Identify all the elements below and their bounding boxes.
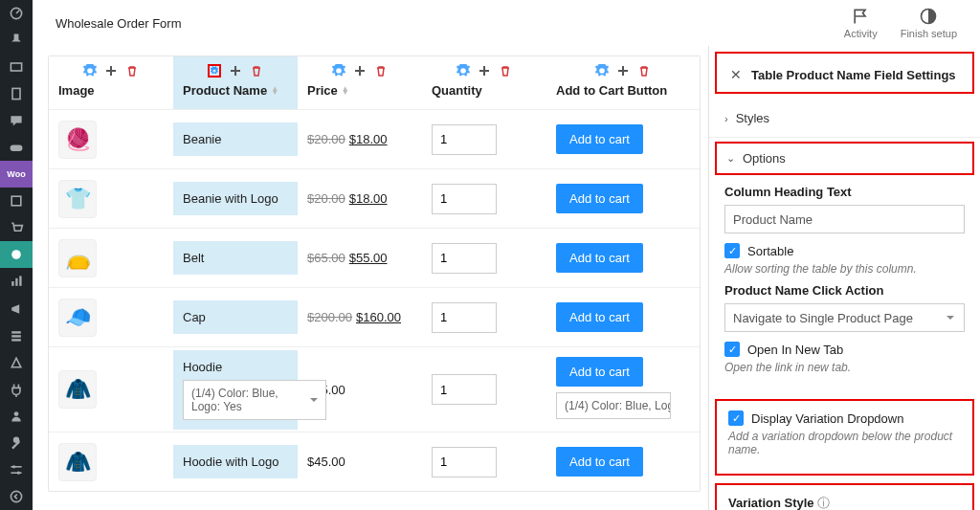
sidebar-users[interactable] bbox=[0, 403, 33, 430]
newtab-checkbox[interactable]: ✓ bbox=[724, 342, 740, 357]
svg-rect-9 bbox=[11, 331, 21, 333]
column-header-quantity[interactable]: Quantity bbox=[422, 56, 546, 109]
add-to-cart-button[interactable]: Add to cart bbox=[556, 243, 643, 273]
section-styles[interactable]: › Styles bbox=[709, 100, 980, 137]
variation-dropdown[interactable]: (1/4) Color: Blue, Logo: Yes bbox=[183, 380, 326, 420]
sidebar-products[interactable] bbox=[0, 188, 33, 214]
price-new: $160.00 bbox=[356, 310, 401, 324]
add-to-cart-button[interactable]: Add to cart bbox=[556, 357, 643, 387]
sort-icon[interactable]: ▲▼ bbox=[271, 87, 278, 95]
product-image[interactable]: 🧥 bbox=[58, 443, 97, 481]
product-image[interactable]: 🧢 bbox=[58, 299, 97, 337]
product-image[interactable]: 👝 bbox=[58, 239, 97, 277]
product-name-cell[interactable]: Beanie bbox=[173, 122, 298, 156]
product-image[interactable]: 🧥 bbox=[58, 370, 97, 409]
heading-text-input[interactable] bbox=[724, 205, 965, 233]
gear-icon[interactable] bbox=[83, 64, 97, 78]
add-to-cart-button[interactable]: Add to cart bbox=[556, 447, 643, 477]
trash-icon[interactable] bbox=[374, 64, 388, 78]
sidebar-media[interactable] bbox=[0, 54, 33, 80]
column-header-add-to-cart[interactable]: Add to Cart Button bbox=[546, 56, 700, 109]
plus-icon[interactable] bbox=[353, 64, 367, 78]
product-name-cell[interactable]: Hoodie with Logo bbox=[173, 445, 298, 478]
add-to-cart-button[interactable]: Add to cart bbox=[556, 124, 643, 154]
sidebar-collapse[interactable] bbox=[0, 483, 33, 510]
product-name-cell[interactable]: Belt bbox=[173, 241, 298, 275]
panel-title: Table Product Name Field Settings bbox=[751, 68, 956, 82]
trash-icon[interactable] bbox=[637, 64, 651, 78]
sidebar-marketing[interactable] bbox=[0, 296, 33, 322]
product-image[interactable]: 🧶 bbox=[58, 121, 97, 159]
gear-icon[interactable] bbox=[457, 64, 470, 78]
plus-icon[interactable] bbox=[229, 64, 242, 78]
gear-icon[interactable] bbox=[332, 64, 345, 78]
gear-icon[interactable] bbox=[595, 64, 609, 78]
section-options[interactable]: ⌄ Options bbox=[715, 142, 974, 175]
column-label: Image bbox=[58, 83, 164, 98]
svg-point-16 bbox=[17, 471, 20, 474]
price-cell: $20.00$18.00 bbox=[298, 182, 422, 215]
sidebar-analytics[interactable] bbox=[0, 268, 33, 295]
help-icon[interactable]: ⓘ bbox=[817, 496, 830, 510]
product-name-cell[interactable]: Cap bbox=[173, 300, 298, 334]
sidebar-plugins[interactable] bbox=[0, 376, 33, 403]
sidebar-comments[interactable] bbox=[0, 107, 33, 134]
plus-icon[interactable] bbox=[104, 64, 118, 78]
svg-rect-1 bbox=[11, 63, 21, 71]
sortable-help: Allow sorting the table by this column. bbox=[724, 262, 965, 276]
sidebar-appearance[interactable] bbox=[0, 349, 33, 376]
table-row: 👕 Beanie with Logo $20.00$18.00 Add to c… bbox=[49, 168, 700, 228]
activity-button[interactable]: Activity bbox=[844, 7, 878, 39]
svg-rect-3 bbox=[11, 145, 23, 151]
page-title: Wholesale Order Form bbox=[56, 16, 181, 31]
sidebar-gamepad[interactable] bbox=[0, 134, 33, 161]
trash-icon[interactable] bbox=[125, 64, 139, 78]
sortable-checkbox[interactable]: ✓ bbox=[724, 243, 740, 258]
heading-text-label: Column Heading Text bbox=[724, 185, 965, 199]
finish-setup-button[interactable]: Finish setup bbox=[901, 7, 957, 39]
display-variation-help: Add a variation dropdown below the produ… bbox=[728, 430, 961, 456]
sidebar-wholesale[interactable] bbox=[0, 241, 33, 268]
plus-icon[interactable] bbox=[478, 64, 491, 78]
sort-icon[interactable]: ▲▼ bbox=[342, 87, 349, 95]
click-action-select[interactable]: Navigate to Single Product Page bbox=[724, 303, 965, 332]
table-header: Image Product Name ▲▼ bbox=[49, 56, 700, 109]
trash-icon[interactable] bbox=[250, 64, 263, 78]
plus-icon[interactable] bbox=[616, 64, 630, 78]
svg-rect-8 bbox=[19, 277, 21, 286]
column-header-price[interactable]: Price ▲▼ bbox=[298, 56, 422, 109]
sidebar-list[interactable] bbox=[0, 322, 33, 349]
add-to-cart-button[interactable]: Add to cart bbox=[556, 302, 643, 332]
display-variation-checkbox[interactable]: ✓ bbox=[728, 410, 744, 426]
close-icon[interactable]: ✕ bbox=[730, 67, 742, 82]
quantity-input[interactable] bbox=[432, 374, 497, 405]
product-name-cell[interactable]: Hoodie(1/4) Color: Blue, Logo: Yes bbox=[173, 350, 298, 430]
sidebar-pages[interactable] bbox=[0, 80, 33, 107]
column-label: Product Name bbox=[183, 83, 267, 98]
column-header-product-name[interactable]: Product Name ▲▼ bbox=[173, 56, 298, 109]
quantity-input[interactable] bbox=[432, 124, 497, 155]
gear-icon[interactable] bbox=[208, 64, 221, 78]
product-name-cell[interactable]: Beanie with Logo bbox=[173, 182, 298, 215]
sidebar-dashboard[interactable] bbox=[0, 0, 33, 27]
price-old: $20.00 bbox=[307, 132, 345, 146]
quantity-input[interactable] bbox=[432, 302, 497, 333]
product-image[interactable]: 👕 bbox=[58, 180, 97, 218]
sidebar-woo[interactable]: Woo bbox=[0, 161, 33, 188]
variation-style-label: Variation Style ⓘ bbox=[728, 495, 961, 510]
svg-rect-4 bbox=[11, 197, 21, 207]
quantity-input[interactable] bbox=[432, 447, 497, 477]
sidebar-settings[interactable] bbox=[0, 456, 33, 483]
sidebar-pin[interactable] bbox=[0, 27, 33, 54]
price-new: $18.00 bbox=[349, 191, 388, 206]
sidebar-cart[interactable] bbox=[0, 214, 33, 241]
sidebar-tools[interactable] bbox=[0, 430, 33, 456]
quantity-input[interactable] bbox=[432, 243, 497, 274]
display-variation-label: Display Variation Dropdown bbox=[751, 411, 903, 426]
add-to-cart-button[interactable]: Add to cart bbox=[556, 184, 643, 213]
admin-sidebar: Woo bbox=[0, 0, 33, 510]
table-row: 🧥 Hoodie(1/4) Color: Blue, Logo: Yes $45… bbox=[49, 346, 700, 432]
column-header-image[interactable]: Image bbox=[49, 56, 173, 109]
trash-icon[interactable] bbox=[499, 64, 512, 78]
quantity-input[interactable] bbox=[432, 184, 497, 214]
